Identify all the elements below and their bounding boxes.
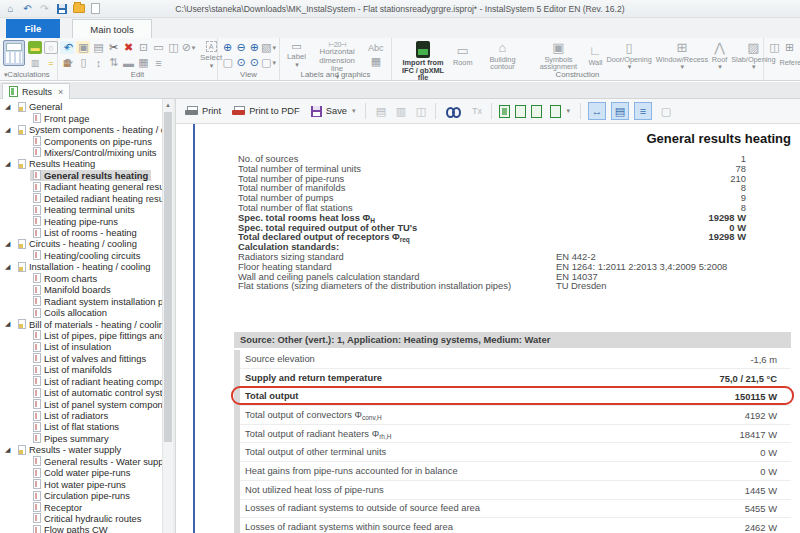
fit-width-toggle[interactable]: ↔ (588, 102, 606, 120)
tree-item[interactable]: ◢ Radiant system installation parameters (0, 295, 162, 306)
tree-item[interactable]: ◢ Heating terminal units (0, 204, 162, 215)
page-layout-icon[interactable]: ◫ (413, 104, 428, 119)
tree-item[interactable]: ◢ List of radiant heating components (0, 376, 162, 387)
window-recess-button[interactable]: ⊞ Window/Recess ▾ (654, 40, 710, 69)
zoom-fit-icon[interactable]: ⊙ (234, 55, 247, 70)
expand-arrow-icon[interactable]: ◢ (5, 319, 15, 329)
copy-icon[interactable]: ▣ (76, 40, 91, 55)
tree-item[interactable]: ◢ List of flat stations (0, 421, 162, 432)
import-ifc-button[interactable]: Import from IFC / gbXML file (395, 40, 451, 69)
zoom-in-icon[interactable]: ⊕ (221, 40, 234, 55)
tree-item[interactable]: ◢ List of radiators (0, 410, 162, 421)
copy-page-icon[interactable]: ▥ (393, 104, 408, 119)
scroll-up-icon[interactable]: ▲ (163, 100, 173, 111)
tree-item[interactable]: ◢ Heating/cooling circuits (0, 250, 162, 261)
results-document-tab[interactable]: Results × (2, 83, 70, 99)
grid-icon[interactable]: ▦ (136, 55, 151, 70)
pan-icon[interactable]: ▧▾ (261, 40, 276, 55)
single-page-toggle[interactable]: ▤ (611, 102, 629, 120)
tree-item[interactable]: ◢ List of rooms - heating (0, 227, 162, 238)
tree-item[interactable]: ◢ Room charts (0, 273, 162, 284)
expand-arrow-icon[interactable]: ◢ (5, 239, 15, 249)
ribbon-overflow-icon-1[interactable]: ◫ (767, 40, 782, 55)
delete-icon[interactable]: ✖ (121, 40, 136, 55)
home-icon[interactable]: ⌂ (4, 2, 17, 15)
wall-button[interactable]: ∟ Wall (586, 40, 604, 69)
calc-ring-icon[interactable]: ○ (44, 41, 58, 54)
align-top-icon[interactable]: ⊡ (136, 40, 151, 55)
tree-item[interactable]: ◢ Components on pipe-runs (0, 135, 162, 146)
view-page-icon[interactable] (515, 105, 526, 118)
roof-button[interactable]: ⋀ Roof ▾ (710, 40, 729, 69)
move-vertical-icon[interactable]: ↕ (91, 55, 106, 70)
tree-item[interactable]: ◢ Manifold boards (0, 284, 162, 295)
room-button[interactable]: ▭ Room (451, 40, 474, 69)
label-button[interactable]: ▭ Label ▾ (283, 40, 310, 69)
scrollbar-thumb[interactable] (164, 112, 172, 442)
disable-icon[interactable]: ⊘▾ (181, 40, 196, 55)
zoom-previous-icon[interactable]: ⊙ (248, 55, 261, 70)
tree-item[interactable]: ◢ Bill of materials - heating / cooling (0, 318, 162, 329)
tree-item[interactable]: ◢ Heating pipe-runs (0, 215, 162, 226)
view-blank-page-icon[interactable] (531, 105, 542, 118)
tree-item[interactable]: ◢ General results - Water supply (0, 456, 162, 467)
tree-item[interactable]: ◢ Installation - heating / cooling (0, 261, 162, 272)
list-view-toggle[interactable]: ≡ (634, 102, 652, 120)
redo-icon[interactable]: ↷ (61, 55, 76, 70)
find-button[interactable] (443, 104, 464, 119)
view-grid-button[interactable]: ▾ (547, 103, 573, 120)
tree-item[interactable]: ◢ Pipes summary (0, 433, 162, 444)
close-icon[interactable]: × (58, 87, 63, 97)
tree-item[interactable]: ◢ Mixers/Control/mixing units (0, 147, 162, 158)
tab-file[interactable]: File (6, 19, 60, 38)
ribbon-overflow-icon-2[interactable]: ⊞ (782, 40, 797, 55)
tree-item[interactable]: ◢ Front page (0, 112, 162, 123)
tree-item[interactable]: ◢ General (0, 101, 162, 112)
list-icon[interactable]: ≡ (151, 55, 166, 70)
paste-icon[interactable]: ▤ (91, 40, 106, 55)
save-icon[interactable] (55, 2, 68, 15)
tree-item[interactable]: ◢ List of automatic control system compo… (0, 387, 162, 398)
zoom-area-icon[interactable]: ▢ (221, 55, 234, 70)
tree-item[interactable]: ◢ Results Heating (0, 158, 162, 169)
save-button[interactable]: Save▾ (308, 104, 359, 119)
new-file-icon[interactable] (89, 2, 102, 15)
print-to-pdf-button[interactable]: Print to PDF (229, 104, 303, 119)
tree-item[interactable]: ◢ Hot water pipe-runs (0, 478, 162, 489)
page-setup-icon[interactable]: ▤ (373, 104, 388, 119)
tree-item[interactable]: ◢ Circuits - heating / cooling (0, 238, 162, 249)
expand-arrow-icon[interactable]: ◢ (5, 262, 15, 272)
building-contour-button[interactable]: ⌂ Building contour (474, 40, 530, 69)
tree-item[interactable]: ◢ List of insulation (0, 341, 162, 352)
tree-item[interactable]: ◢ List of valves and fittings (0, 353, 162, 364)
tree-item[interactable]: ◢ List of manifolds (0, 364, 162, 375)
tree-item[interactable]: ◢ Radiant heating general results (0, 181, 162, 192)
tree-item[interactable]: ◢ Cold water pipe-runs (0, 467, 162, 478)
tab-main-tools[interactable]: Main tools (72, 19, 152, 38)
undo-icon[interactable]: ↶ (61, 40, 76, 55)
redo-icon[interactable]: ↷ (38, 2, 51, 15)
calc-heating-icon[interactable]: ▬ (28, 41, 42, 54)
tree-item[interactable]: ◢ Circulation pipe-runs (0, 490, 162, 501)
tree-item[interactable]: ◢ General results heating (0, 170, 162, 181)
table-icon[interactable]: ▦ (368, 55, 383, 68)
text-format-button[interactable]: Tx (469, 104, 484, 119)
tree-item[interactable]: ◢ Results - water supply (0, 444, 162, 455)
tree-item[interactable]: ◢ Coils allocation (0, 307, 162, 318)
calc-users-icon[interactable]: ▥ (28, 56, 42, 69)
expand-arrow-icon[interactable]: ◢ (5, 445, 15, 455)
tree-item[interactable]: ◢ Detailed radiant heating results (0, 193, 162, 204)
align-bottom-icon[interactable]: ▭ (151, 40, 166, 55)
view-cover-icon[interactable] (499, 105, 510, 118)
view-mode-icon[interactable]: ▢▾ (261, 55, 276, 70)
columns-icon[interactable]: ▯ (76, 55, 91, 70)
tree-item[interactable]: ◢ System components - heating / cooling (0, 124, 162, 135)
expand-arrow-icon[interactable]: ◢ (5, 125, 15, 135)
tree-item[interactable]: ◢ List of pipes, pipe fittings and coupl… (0, 330, 162, 341)
expand-arrow-icon[interactable]: ◢ (5, 159, 15, 169)
horizontal-dimension-line-button[interactable]: ⊢2.0⊣ Horizontal dimension line ▾ (310, 40, 364, 69)
zoom-selection-icon[interactable]: ⊕ (248, 40, 261, 55)
tree-item[interactable]: ◢ List of panel system components (0, 398, 162, 409)
tree-scrollbar[interactable]: ▲ (162, 99, 173, 533)
door-opening-button[interactable]: ▯ Door/Opening ▾ (604, 40, 653, 69)
